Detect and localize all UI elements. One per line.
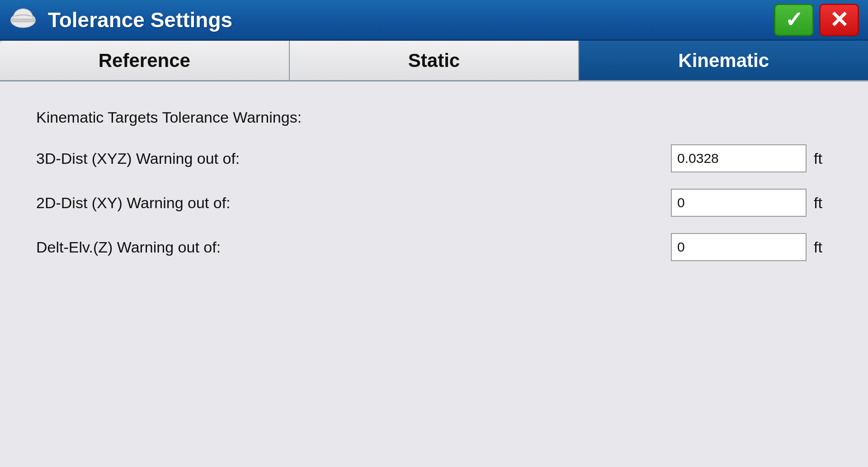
app-logo — [9, 5, 40, 35]
checkmark-icon: ✓ — [785, 9, 803, 31]
tab-kinematic[interactable]: Kinematic — [579, 41, 868, 80]
header: Tolerance Settings ✓ ✕ — [0, 0, 868, 41]
label-3d-dist: 3D-Dist (XYZ) Warning out of: — [36, 150, 344, 167]
input-3d-dist[interactable] — [671, 144, 807, 172]
page-title: Tolerance Settings — [48, 8, 774, 32]
form-row-2d-dist: 2D-Dist (XY) Warning out of: ft — [36, 189, 832, 217]
unit-2d-dist: ft — [814, 194, 832, 212]
tab-static[interactable]: Static — [290, 41, 580, 80]
svg-rect-1 — [11, 19, 34, 21]
label-2d-dist: 2D-Dist (XY) Warning out of: — [36, 194, 344, 212]
section-title: Kinematic Targets Tolerance Warnings: — [36, 109, 832, 126]
label-delt-elv: Delt-Elv.(Z) Warning out of: — [36, 238, 344, 256]
cancel-button[interactable]: ✕ — [819, 4, 859, 36]
content-area: Kinematic Targets Tolerance Warnings: 3D… — [0, 81, 868, 467]
ok-button[interactable]: ✓ — [774, 4, 814, 36]
tab-bar: Reference Static Kinematic — [0, 41, 868, 81]
unit-3d-dist: ft — [814, 150, 832, 167]
hardhat-icon — [9, 5, 37, 33]
unit-delt-elv: ft — [814, 238, 832, 256]
input-2d-dist[interactable] — [671, 189, 807, 217]
form-row-3d-dist: 3D-Dist (XYZ) Warning out of: ft — [36, 144, 832, 172]
tab-reference[interactable]: Reference — [0, 41, 290, 80]
input-delt-elv[interactable] — [671, 233, 807, 261]
x-icon: ✕ — [830, 9, 849, 31]
form-row-delt-elv: Delt-Elv.(Z) Warning out of: ft — [36, 233, 832, 261]
